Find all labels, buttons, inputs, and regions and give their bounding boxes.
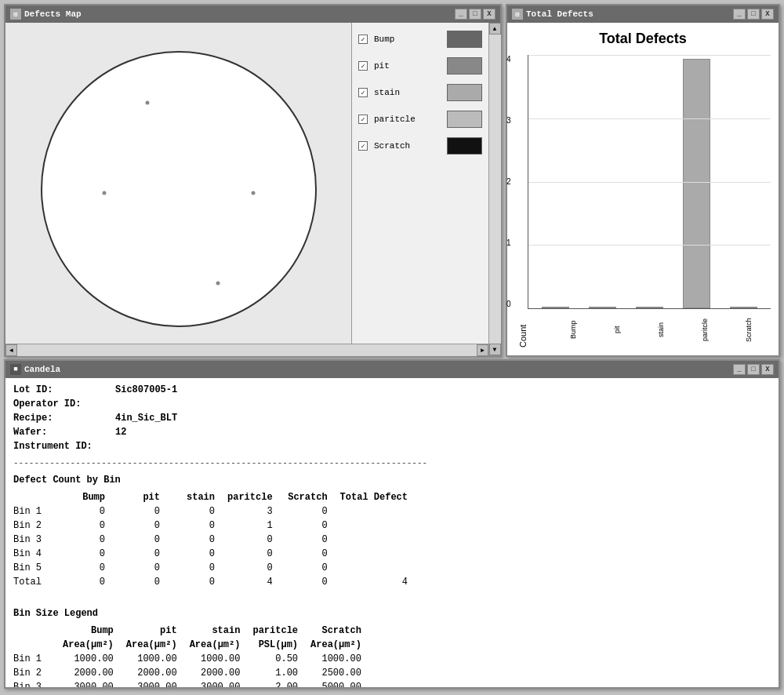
col-bin-header <box>13 490 56 504</box>
defect-row-1: Bin 200010 <box>13 519 414 533</box>
defect-cell-scratch: 0 <box>279 519 334 533</box>
defect-cell-pit: 0 <box>111 575 166 589</box>
lot-id-value: Sic807005-1 <box>115 383 177 397</box>
candela-controls: _ □ X <box>733 364 774 375</box>
chart-area: Count 4 3 2 1 0 <box>515 55 771 348</box>
defect-count-table: Bump pit stain paritcle Scratch Total De… <box>13 490 414 589</box>
bar-stain-col <box>626 59 673 308</box>
defect-cell-paritcle: 0 <box>221 561 279 575</box>
defect-cell-pit: 0 <box>111 519 166 533</box>
bar-scratch <box>730 307 757 308</box>
col-paritcle-header: paritcle <box>221 490 279 504</box>
bar-paritcle <box>683 59 710 308</box>
bar-bump-col <box>532 59 579 308</box>
defect-cell-paritcle: 0 <box>221 533 279 547</box>
col-scratch-header: Scratch <box>279 490 334 504</box>
legend-color-bump <box>447 31 482 48</box>
defect-cell-pit: 0 <box>111 561 166 575</box>
chart-x-labels: Bump pit stain paritcle Scratch <box>528 309 771 348</box>
defect-row-5: Total000404 <box>13 575 414 589</box>
defect-cell-bin: Bin 3 <box>13 533 56 547</box>
gridline-3 <box>528 118 771 119</box>
maximize-btn[interactable]: □ <box>469 9 481 20</box>
bin-size-cell-paritcle: 2.00 <box>246 680 304 688</box>
candela-window: ■ Candela _ □ X Lot ID: Sic807005-1 Oper… <box>4 359 780 689</box>
defect-cell-stain: 0 <box>166 533 221 547</box>
bin-size-cell-scratch: 5000.00 <box>304 680 368 688</box>
bin-size-row-0: Bin 11000.001000.001000.000.501000.00 <box>13 652 368 666</box>
svg-point-0 <box>42 52 316 326</box>
defect-cell-total: 4 <box>334 575 414 589</box>
cand-maximize-btn[interactable]: □ <box>747 364 760 375</box>
recipe-row: Recipe: 4in_Sic_BLT <box>13 411 771 425</box>
td-close-btn[interactable]: X <box>761 9 774 20</box>
bar-stain <box>636 307 663 308</box>
h-scroll-left-btn[interactable]: ◄ <box>5 344 17 356</box>
h-scroll-track <box>17 344 477 356</box>
legend-label-pit: pit <box>374 61 441 71</box>
td-maximize-btn[interactable]: □ <box>747 9 760 20</box>
y-ticks: 4 3 2 1 0 <box>506 55 511 308</box>
cand-minimize-btn[interactable]: _ <box>733 364 746 375</box>
bin-size-cell-bump: 2000.00 <box>56 666 120 680</box>
defect-cell-scratch: 0 <box>279 533 334 547</box>
bin-size-cell-pit: 2000.00 <box>120 666 183 680</box>
defect-cell-stain: 0 <box>166 504 221 519</box>
defect-cell-stain: 0 <box>166 519 221 533</box>
legend-checkbox-bump[interactable]: ✓ <box>358 35 368 44</box>
candela-icon: ■ <box>10 364 21 375</box>
svg-point-3 <box>216 282 220 286</box>
defect-cell-total <box>334 561 414 575</box>
col-total-header: Total Defect <box>334 490 414 504</box>
defect-cell-paritcle: 3 <box>221 504 279 519</box>
legend-color-stain <box>447 84 482 101</box>
bin-size-cell-pit: 3000.00 <box>120 680 183 688</box>
wafer-diagram <box>30 40 328 338</box>
bin-size-cell-pit: 1000.00 <box>120 652 183 666</box>
td-minimize-btn[interactable]: _ <box>733 9 746 20</box>
bin-size-cell-stain: 2000.00 <box>183 666 247 680</box>
bar-bump <box>542 307 569 308</box>
legend-checkbox-stain[interactable]: ✓ <box>358 88 368 97</box>
defect-cell-scratch: 0 <box>279 575 334 589</box>
wafer-value: 12 <box>115 425 126 439</box>
bin-size-row-2: Bin 33000.003000.003000.002.005000.00 <box>13 680 368 688</box>
gridline-4 <box>528 55 771 56</box>
scroll-track <box>489 35 501 344</box>
bs-col-scratch-header: Scratch <box>304 624 368 638</box>
defects-map-titlebar: ⊞ Defects Map _ □ X <box>5 5 500 23</box>
legend-checkbox-scratch[interactable]: ✓ <box>358 141 368 151</box>
total-defects-title: Total Defects <box>526 9 593 19</box>
bs-col-bin-header <box>13 624 56 638</box>
legend-color-pit <box>447 57 482 75</box>
total-defects-titlebar: ⊞ Total Defects _ □ X <box>507 5 779 23</box>
defect-cell-bin: Bin 2 <box>13 519 56 533</box>
legend-checkbox-paritcle[interactable]: ✓ <box>358 115 368 124</box>
bin-size-section: Bin Size Legend <box>13 606 771 620</box>
x-label-stain: stain <box>639 312 683 348</box>
bin-size-cell-bin: Bin 3 <box>13 680 56 688</box>
minimize-btn[interactable]: _ <box>455 9 467 20</box>
bin-size-subheader-row: Area(μm²) Area(μm²) Area(μm²) PSL(μm) Ar… <box>13 638 368 652</box>
cand-close-btn[interactable]: X <box>761 364 774 375</box>
y-tick-4: 4 <box>506 55 511 64</box>
y-tick-3: 3 <box>506 116 511 125</box>
bs-col-stain-header: stain <box>183 624 247 638</box>
x-label-paritcle: paritcle <box>683 312 727 348</box>
legend-item-scratch: ✓Scratch <box>358 137 482 155</box>
x-label-scratch: Scratch <box>727 312 771 348</box>
legend-checkbox-pit[interactable]: ✓ <box>358 61 368 71</box>
legend-label-scratch: Scratch <box>374 141 441 151</box>
candela-title: Candela <box>24 365 60 374</box>
h-scroll-right-btn[interactable]: ► <box>477 344 488 356</box>
candela-content[interactable]: Lot ID: Sic807005-1 Operator ID: Recipe:… <box>5 378 779 687</box>
scroll-down-btn[interactable]: ▼ <box>489 344 501 355</box>
scroll-up-btn[interactable]: ▲ <box>489 23 501 35</box>
defects-map-content: ✓Bump✓pit✓stain✓paritcle✓Scratch ▲ ▼ <box>5 23 500 355</box>
close-btn[interactable]: X <box>483 9 495 20</box>
defect-row-4: Bin 500000 <box>13 561 414 575</box>
legend-color-paritcle <box>447 111 482 128</box>
instrument-id-label: Instrument ID: <box>13 439 115 453</box>
bin-size-tbody: Bin 11000.001000.001000.000.501000.00Bin… <box>13 652 368 688</box>
bs-col-paritcle-header: paritcle <box>246 624 304 638</box>
